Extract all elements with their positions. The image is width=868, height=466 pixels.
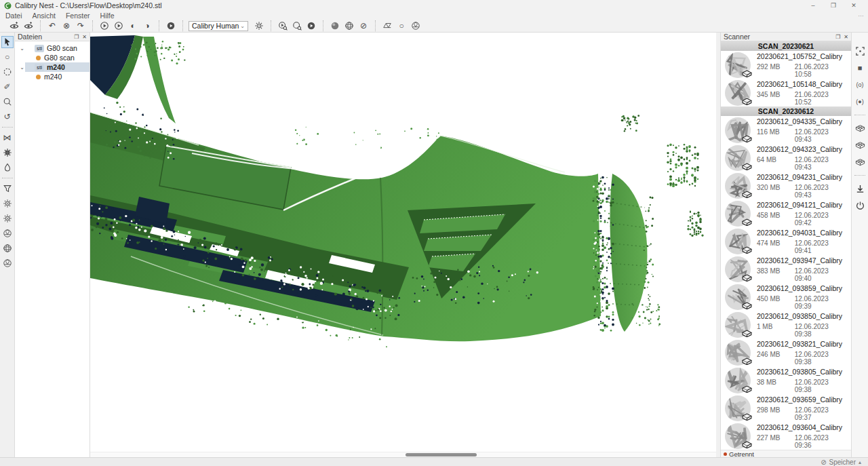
sphere-mesh-icon[interactable] — [343, 20, 355, 31]
play-alt-icon[interactable] — [113, 20, 125, 31]
scan-item[interactable]: 20230612_093805_Calibry 38 MB 12.06.2023… — [721, 366, 851, 394]
maximize-button[interactable]: ❐ — [823, 0, 844, 11]
mesh-preview-3-icon[interactable] — [853, 156, 867, 168]
import-view-icon[interactable] — [8, 20, 20, 31]
cancel-icon[interactable]: ⊗ — [60, 20, 73, 31]
menu-hilfe[interactable]: Hilfe — [100, 12, 115, 20]
registration-gear-icon[interactable] — [1, 147, 14, 159]
expand-up-icon[interactable]: ▴ — [859, 459, 861, 465]
close-panel-icon[interactable]: ✕ — [82, 34, 87, 40]
float-panel-icon[interactable]: ❐ — [74, 34, 79, 40]
capture-region-icon[interactable] — [853, 45, 867, 57]
scan-group-header[interactable]: SCAN_20230621 — [721, 41, 851, 51]
filter-funnel-icon[interactable] — [1, 182, 14, 195]
play-filled-alt-icon[interactable] — [305, 20, 317, 31]
selection-tool-column: ○✐↺⋈ — [0, 33, 15, 457]
contrast-right-icon[interactable]: ◑ — [141, 20, 153, 31]
close-button[interactable]: ✕ — [844, 0, 864, 11]
marker-hollow-icon[interactable]: (o) — [853, 79, 867, 91]
power-icon[interactable] — [853, 199, 867, 212]
tree-item-file[interactable]: ⌄stlm240 — [15, 62, 90, 72]
horizontal-scrollbar[interactable] — [90, 452, 716, 457]
scan-item[interactable]: 20230612_093604_Calibry 227 MB 12.06.202… — [721, 422, 851, 450]
scan-item[interactable]: 20230612_093859_Calibry 450 MB 12.06.202… — [721, 283, 851, 311]
scan-item[interactable]: 20230621_105148_Calibry 345 MB 21.06.202… — [721, 79, 851, 106]
scan-item[interactable]: 20230612_094335_Calibry 116 MB 12.06.202… — [721, 116, 851, 144]
scan-name: 20230612_094323_Calibry — [757, 145, 847, 153]
circle-outline-icon[interactable]: ○ — [395, 20, 408, 31]
mesh-build-gear-icon[interactable] — [1, 197, 14, 210]
sphere-tool-icon[interactable] — [1, 257, 14, 269]
toolbar-overflow-icon[interactable]: … — [858, 11, 864, 18]
scan-item[interactable]: 20230612_093947_Calibry 383 MB 12.06.202… — [721, 255, 851, 283]
scan-date: 12.06.2023 09:43 — [795, 156, 847, 171]
marker-filled-icon[interactable]: (●) — [853, 96, 867, 108]
scan-item[interactable]: 20230612_094031_Calibry 474 MB 12.06.202… — [721, 227, 851, 255]
tree-item-scan[interactable]: m240 — [15, 72, 90, 81]
undo-icon[interactable]: ↶ — [46, 20, 58, 31]
preset-settings-gear-icon[interactable] — [253, 20, 265, 31]
minimize-button[interactable]: – — [803, 0, 823, 11]
scan-size: 227 MB — [757, 434, 795, 449]
menu-ansicht[interactable]: Ansicht — [33, 12, 56, 20]
tree-item-label: m240 — [47, 63, 65, 71]
download-scan-icon[interactable] — [853, 182, 867, 195]
disabled-icon[interactable]: ⊘ — [357, 20, 370, 31]
redo-icon[interactable]: ↷ — [75, 20, 87, 31]
stop-scan-icon[interactable]: ■ — [853, 62, 867, 74]
storage-status-label[interactable]: Speicher — [829, 459, 856, 466]
scan-item[interactable]: 20230612_093821_Calibry 246 MB 12.06.202… — [721, 338, 851, 366]
contrast-left-icon[interactable]: ◐ — [127, 20, 139, 31]
import-view-alt-icon[interactable] — [22, 20, 35, 31]
menu-fenster[interactable]: Fenster — [66, 12, 90, 20]
scan-item[interactable]: 20230612_094121_Calibry 458 MB 12.06.202… — [721, 199, 851, 227]
scan-group-header[interactable]: SCAN_20230612 — [721, 106, 851, 116]
tree-row-body[interactable]: stlG80 scan — [25, 43, 90, 53]
tree-row-body[interactable]: stlm240 — [25, 62, 90, 72]
mesh-preview-icon[interactable] — [853, 122, 867, 134]
scan-item[interactable]: 20230612_094323_Calibry 64 MB 12.06.2023… — [721, 144, 851, 172]
scan-profile-select[interactable]: Calibry Human⌄ — [189, 21, 248, 31]
lasso-dashed-icon[interactable] — [1, 66, 14, 78]
scan-item[interactable]: 20230621_105752_Calibry 292 MB 21.06.202… — [721, 51, 851, 79]
tree-item-scan[interactable]: G80 scan — [15, 53, 90, 62]
chevron-expanded-icon[interactable]: ⌄ — [19, 45, 25, 52]
tree-item-file[interactable]: ⌄stlG80 scan — [15, 43, 90, 53]
scan-date: 12.06.2023 09:40 — [795, 267, 847, 282]
float-panel-icon[interactable]: ❐ — [835, 34, 840, 40]
mesh-edit-gear-icon[interactable] — [1, 212, 14, 225]
selection-zoom-icon[interactable] — [1, 96, 14, 108]
play-search-icon[interactable] — [277, 20, 289, 31]
selection-rotate-icon[interactable]: ↺ — [1, 111, 14, 123]
smoothing-drop-icon[interactable] — [1, 161, 14, 174]
play-icon[interactable] — [98, 20, 111, 31]
scan-item[interactable]: 20230612_094231_Calibry 320 MB 12.06.202… — [721, 172, 851, 199]
scan-item[interactable]: 20230612_093659_Calibry 298 MB 12.06.202… — [721, 394, 851, 422]
select-pointer-icon[interactable] — [1, 36, 14, 48]
chevron-expanded-icon[interactable]: ⌄ — [19, 64, 25, 71]
main-toolbar: ↶⊗↷◐◑Calibry Human⌄⊘○ — [0, 20, 868, 33]
align-icon[interactable]: ⋈ — [1, 132, 14, 144]
mesh-simplify-icon[interactable] — [1, 227, 14, 239]
toolbar-group: ○ — [375, 20, 427, 31]
mesh-preview-2-icon[interactable] — [853, 139, 867, 151]
3d-viewport[interactable] — [90, 33, 716, 457]
mesh-wire-icon[interactable] — [381, 20, 393, 31]
lasso-circle-icon[interactable]: ○ — [1, 51, 14, 63]
toolbar-group: ◐◑ — [92, 20, 159, 31]
close-panel-icon[interactable]: ✕ — [844, 34, 848, 40]
scan-date: 12.06.2023 09:39 — [795, 295, 847, 310]
horizontal-scrollbar-thumb[interactable] — [406, 453, 477, 457]
scan-dot-icon — [36, 75, 41, 79]
scan-item[interactable]: 20230612_093850_Calibry 1 MB 12.06.2023 … — [721, 311, 851, 338]
sphere-search-icon[interactable] — [291, 20, 303, 31]
scan-dot-icon — [36, 56, 41, 60]
menu-datei[interactable]: Datei — [5, 12, 22, 20]
title-bar: Calibry Nest - C:\Users\Flow\Desktop\m24… — [0, 0, 868, 11]
play-filled-icon[interactable] — [165, 20, 177, 31]
lasso-freehand-icon[interactable]: ✐ — [1, 81, 14, 93]
sphere-shaded-icon[interactable] — [329, 20, 341, 31]
mesh-ball-icon[interactable] — [410, 20, 422, 31]
texture-sphere-icon[interactable] — [1, 242, 14, 254]
scan-name: 20230621_105752_Calibry — [757, 52, 847, 60]
